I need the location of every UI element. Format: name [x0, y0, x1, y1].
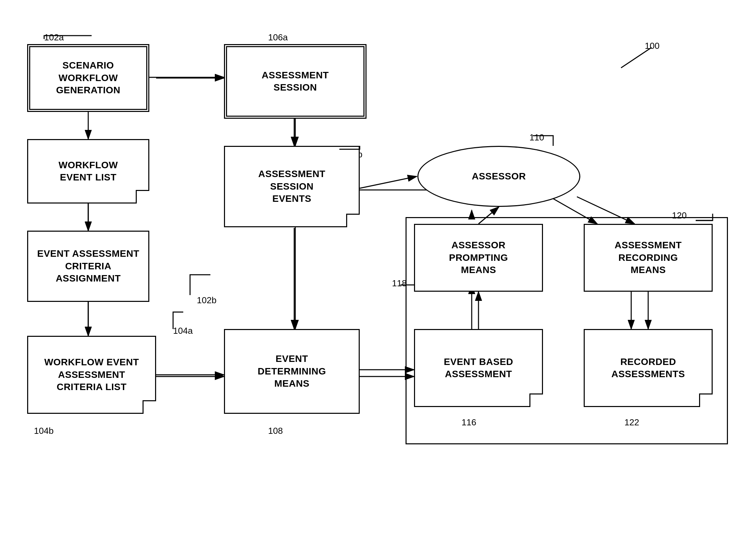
assessment-recording-label: ASSESSMENTRECORDINGMEANS — [615, 239, 682, 276]
diagram: 102a SCENARIOWORKFLOWGENERATION WORKFLOW… — [0, 0, 751, 560]
ref-102a: 102a — [44, 32, 64, 43]
ref-106a: 106a — [268, 32, 288, 43]
workflow-event-list-box: WORKFLOWEVENT LIST — [27, 139, 149, 204]
doc-fold-5 — [699, 393, 713, 407]
recorded-assessments-box: RECORDEDASSESSMENTS — [584, 329, 713, 407]
scenario-workflow-box: SCENARIOWORKFLOWGENERATION — [27, 44, 149, 112]
doc-fold-2 — [143, 400, 156, 414]
ref-102b: 102b — [197, 295, 217, 306]
ref-104b: 104b — [34, 426, 54, 436]
assessment-recording-box: ASSESSMENTRECORDINGMEANS — [584, 224, 713, 292]
assessor-ellipse: ASSESSOR — [417, 146, 580, 207]
event-determining-label: EVENTDETERMININGMEANS — [258, 353, 326, 390]
workflow-event-list-label: WORKFLOWEVENT LIST — [58, 159, 118, 184]
event-based-assessment-label: EVENT BASEDASSESSMENT — [444, 356, 513, 381]
assessor-prompting-label: ASSESSORPROMPTINGMEANS — [449, 239, 508, 276]
assessment-session-events-label: ASSESSMENTSESSIONEVENTS — [258, 168, 325, 205]
workflow-event-assessment-box: WORKFLOW EVENTASSESSMENTCRITERIA LIST — [27, 336, 156, 414]
workflow-event-assessment-label: WORKFLOW EVENTASSESSMENTCRITERIA LIST — [44, 356, 139, 393]
ref-118: 118 — [392, 278, 407, 289]
doc-fold-4 — [529, 393, 543, 407]
recorded-assessments-label: RECORDEDASSESSMENTS — [611, 356, 685, 381]
ref-108: 108 — [268, 426, 283, 436]
ref-104a: 104a — [173, 326, 193, 336]
assessor-prompting-box: ASSESSORPROMPTINGMEANS — [414, 224, 543, 292]
doc-fold-3 — [346, 214, 360, 227]
scenario-workflow-label: SCENARIOWORKFLOWGENERATION — [56, 59, 120, 96]
svg-line-19 — [360, 176, 417, 188]
event-determining-box: EVENTDETERMININGMEANS — [224, 329, 360, 414]
assessment-session-label: ASSESSMENTSESSION — [262, 69, 329, 94]
event-assessment-box: EVENT ASSESSMENTCRITERIAASSIGNMENT — [27, 231, 149, 302]
ref-100: 100 — [645, 41, 659, 51]
ref-110: 110 — [529, 132, 544, 143]
event-assessment-label: EVENT ASSESSMENTCRITERIAASSIGNMENT — [37, 248, 139, 285]
event-based-assessment-box: EVENT BASEDASSESSMENT — [414, 329, 543, 407]
assessor-label: ASSESSOR — [472, 171, 526, 182]
ref-116: 116 — [462, 417, 476, 428]
ref-120: 120 — [672, 210, 687, 221]
ref-122: 122 — [624, 417, 639, 428]
assessment-session-events-box: ASSESSMENTSESSIONEVENTS — [224, 146, 360, 227]
doc-fold-1 — [136, 190, 149, 204]
assessment-session-box: ASSESSMENTSESSION — [224, 44, 367, 119]
